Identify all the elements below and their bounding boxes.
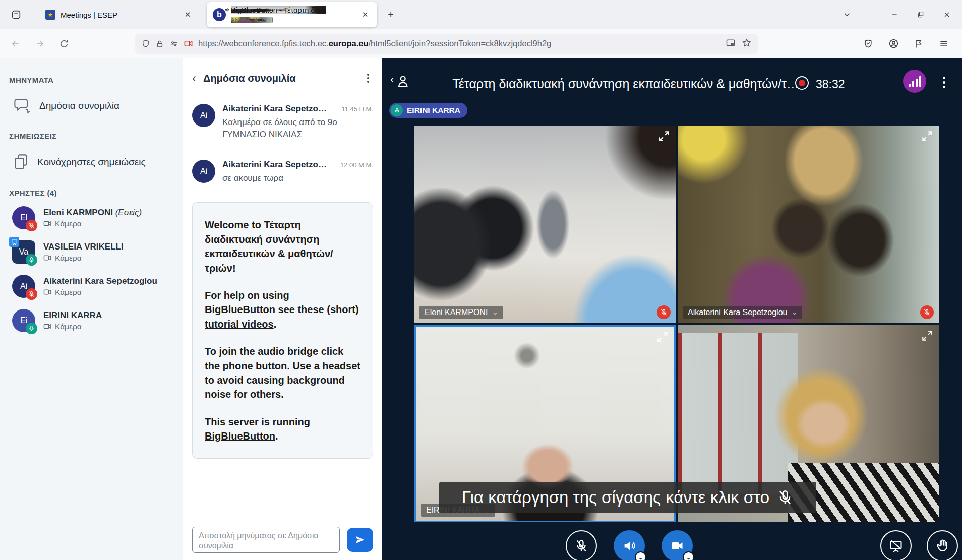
toggle-user-list-button[interactable]: ‹ <box>390 74 410 89</box>
unmute-button[interactable] <box>566 530 597 560</box>
tab-meetings-esep[interactable]: ★ Meetings | ESEP ✕ <box>39 4 200 26</box>
muted-mic-badge <box>920 305 934 319</box>
webcam-icon <box>670 539 684 553</box>
message-time: 11:45 Π.Μ. <box>341 105 373 113</box>
protections-shield-icon[interactable] <box>859 35 877 53</box>
user-row[interactable]: El Eleni KARMPONI (Εσείς) Κάμερα <box>9 206 174 229</box>
presentation-off-icon <box>889 539 903 553</box>
shared-notes-label: Κοινόχρηστες σημειώσεις <box>37 157 146 168</box>
talking-user-name: EIRINI KARRA <box>407 106 460 115</box>
tab-playing-badge[interactable]: ΑΝΑΠΑΡΑΓΩΓΗ <box>231 17 273 23</box>
chat-back-chevron-icon[interactable]: ‹ <box>192 72 196 84</box>
camera-icon <box>43 323 52 330</box>
avatar: Va <box>12 240 35 264</box>
muted-mic-badge <box>26 288 37 300</box>
welcome-paragraph: Welcome to Τέταρτη διαδικτυακή συνάντηση… <box>205 218 360 275</box>
url-bar[interactable]: https://webconference.fpfis.tech.ec.euro… <box>135 34 758 54</box>
recording-indicator[interactable] <box>795 76 809 90</box>
restore-presentation-button[interactable] <box>880 530 912 560</box>
browser-toolbar: https://webconference.fpfis.tech.ec.euro… <box>0 29 962 58</box>
notes-heading: ΣΗΜΕΙΩΣΕΙΣ <box>9 132 174 140</box>
record-dot-icon <box>799 80 805 86</box>
video-name-dropdown[interactable]: Eleni KARMPONI⌄ <box>419 306 503 319</box>
extensions-icon[interactable] <box>910 35 928 53</box>
message-author: Aikaterini Kara Sepetzoglou <box>222 104 328 114</box>
avatar: Ei <box>12 309 35 332</box>
firefox-view-icon[interactable] <box>6 5 26 25</box>
mic-on-icon <box>391 104 403 116</box>
fullscreen-icon[interactable] <box>657 130 671 145</box>
user-row[interactable]: Ai Aikaterini Kara Sepetzoglou Κάμερα <box>9 275 174 298</box>
raise-hand-button[interactable] <box>927 530 958 560</box>
menu-hamburger-icon[interactable] <box>935 35 953 53</box>
avatar: Ai <box>12 275 35 298</box>
talking-indicator[interactable]: EIRINI KARRA <box>389 103 467 118</box>
audio-button[interactable]: ⌄ <box>614 530 645 560</box>
account-icon[interactable] <box>884 35 903 53</box>
avatar: Ai <box>192 160 215 183</box>
message-author: Aikaterini Kara Sepetzoglou <box>222 160 328 170</box>
muted-mic-badge <box>657 305 671 319</box>
eu-flag-favicon: ★ <box>45 10 55 20</box>
picture-in-picture-icon[interactable] <box>726 38 736 50</box>
sidebar-item-public-chat[interactable]: Δημόσια συνομιλία <box>9 93 174 118</box>
welcome-paragraph: This server is running BigBlueButton. <box>205 415 360 444</box>
muted-mic-icon <box>574 539 588 553</box>
message-text: σε ακουμε τωρα <box>222 172 373 184</box>
connection-status-button[interactable] <box>903 70 926 93</box>
user-row[interactable]: Va VASILEIA VRIKELLI Κάμερα <box>9 240 174 264</box>
camera-icon <box>43 220 52 227</box>
user-name: Aikaterini Kara Sepetzoglou <box>43 276 157 286</box>
messages-heading: ΜΗΝΥΜΑΤΑ <box>9 76 174 84</box>
tutorial-videos-link[interactable]: tutorial videos <box>205 319 274 330</box>
reload-button[interactable] <box>54 34 74 53</box>
welcome-paragraph: For help on using BigBlueButton see thes… <box>205 288 360 331</box>
options-kebab-icon[interactable] <box>940 74 948 91</box>
camera-icon <box>43 254 52 262</box>
close-tab-icon[interactable]: ✕ <box>182 9 194 21</box>
chat-message: Ai Aikaterini Kara Sepetzoglou 12:00 Μ.Μ… <box>192 160 373 184</box>
restore-button[interactable] <box>910 6 932 24</box>
users-heading: ΧΡΗΣΤΕΣ (4) <box>9 189 174 197</box>
back-button[interactable] <box>6 34 25 53</box>
lock-icon[interactable] <box>155 39 164 48</box>
chat-message-input[interactable] <box>192 527 340 553</box>
send-message-button[interactable] <box>347 528 373 552</box>
new-tab-button[interactable]: + <box>382 6 399 23</box>
meeting-title: Τέταρτη διαδικτυακή συνάντηση εκπαιδευτι… <box>443 77 809 91</box>
list-tabs-chevron-icon[interactable] <box>838 6 856 24</box>
video-name-dropdown[interactable]: Aikaterini Kara Sepetzoglou⌄ <box>683 306 802 319</box>
muted-mic-icon <box>776 489 794 506</box>
close-window-button[interactable] <box>936 6 958 24</box>
muted-mic-badge <box>26 220 37 231</box>
public-chat-panel: ‹ Δημόσια συνομιλία Ai Aikaterini Kara S… <box>183 58 382 560</box>
conference-main: ‹ Τέταρτη διαδικτυακή συνάντηση εκπαιδευ… <box>382 58 962 560</box>
bbb-sidebar: ΜΗΝΥΜΑΤΑ Δημόσια συνομιλία ΣΗΜΕΙΩΣΕΙΣ Κο… <box>0 58 183 560</box>
chat-title: Δημόσια συνομιλία <box>203 73 356 84</box>
bigbluebutton-link[interactable]: BigBlueButton <box>205 430 275 442</box>
user-row[interactable]: Ei EIRINI KARRA Κάμερα <box>9 309 174 332</box>
webcam-button[interactable]: ⌄ <box>662 530 693 560</box>
bookmark-star-icon[interactable] <box>742 38 752 50</box>
fullscreen-icon[interactable] <box>921 329 934 344</box>
caption-overlay: Για κατάργηση της σίγασης κάντε κλικ στο <box>439 482 816 513</box>
audio-options-chevron[interactable]: ⌄ <box>635 551 646 560</box>
forward-button[interactable] <box>30 34 49 53</box>
close-tab-icon[interactable]: ✕ <box>359 9 371 21</box>
fullscreen-icon[interactable] <box>656 331 669 346</box>
permissions-icon[interactable] <box>169 39 178 48</box>
minimize-button[interactable] <box>883 6 906 24</box>
signal-bars-icon <box>909 84 911 87</box>
bbb-favicon: b <box>213 8 226 21</box>
fullscreen-icon[interactable] <box>921 130 934 145</box>
sidebar-item-shared-notes[interactable]: Κοινόχρηστες σημειώσεις <box>9 149 174 175</box>
send-icon <box>354 534 366 545</box>
chat-options-kebab-icon[interactable] <box>363 72 373 85</box>
camera-blocked-icon[interactable] <box>184 39 193 48</box>
user-camera-status: Κάμερα <box>43 254 124 263</box>
presenter-badge <box>9 237 19 247</box>
tab-bigbluebutton[interactable]: b BigBlueButton - Τέταρτη διαδι ΑΝΑΠΑΡΑΓ… <box>207 2 377 27</box>
mic-on-badge <box>26 323 37 334</box>
webcam-options-chevron[interactable]: ⌄ <box>683 551 694 560</box>
shield-icon[interactable] <box>141 39 150 48</box>
